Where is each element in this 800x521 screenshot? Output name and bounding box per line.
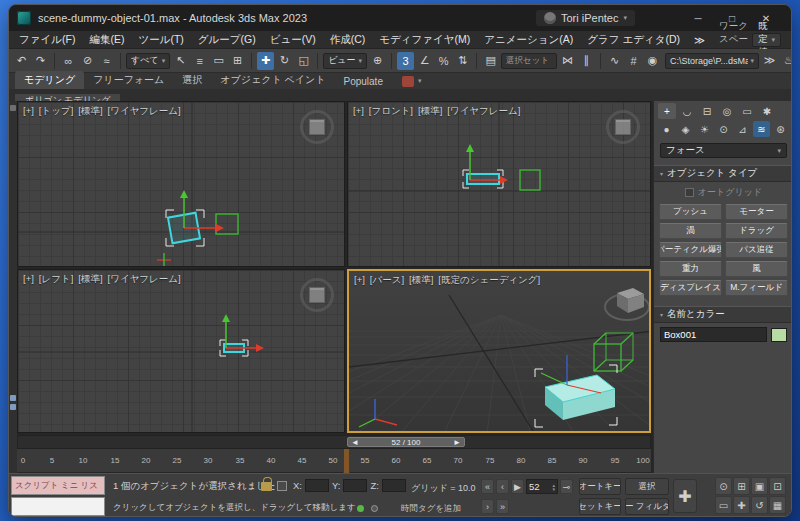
material-editor-icon[interactable]: ◉	[644, 52, 661, 70]
viewport-general-menu[interactable]: [+]	[354, 274, 365, 287]
viewport-front[interactable]: [+] [フロント] [標準] [ワイヤフレーム]	[347, 101, 651, 267]
key-mode-toggle-icon[interactable]: ⊸	[560, 479, 573, 494]
render-setup-icon[interactable]: ♨	[780, 52, 792, 70]
zoom-icon[interactable]: ⊙	[715, 477, 732, 495]
menu-animation[interactable]: アニメーション(A)	[484, 33, 573, 47]
shapes-category-icon[interactable]: ◈	[677, 121, 694, 137]
menu-create[interactable]: 作成(C)	[330, 33, 366, 47]
key-filters-button[interactable]: キー フィルタ...	[625, 498, 669, 515]
viewport-pov-menu[interactable]: [パース]	[370, 274, 404, 287]
minimize-button[interactable]: ─	[681, 5, 715, 31]
time-slider[interactable]: ◄ 52 / 100 ►	[17, 435, 651, 449]
ribbon-tab-selection[interactable]: 選択	[173, 71, 211, 89]
named-selection-sets-field[interactable]: 選択セット	[501, 53, 557, 69]
account-menu[interactable]: Tori iPentec ▾	[536, 10, 635, 26]
select-by-name-icon[interactable]: ≡	[191, 52, 208, 70]
zoom-all-icon[interactable]: ⊞	[733, 477, 750, 495]
undo-icon[interactable]: ↶	[13, 52, 30, 70]
menu-graph-editors[interactable]: グラフ エディタ(D)	[587, 33, 680, 47]
selection-lock-icon[interactable]	[261, 482, 272, 491]
previous-frame-icon[interactable]: ‹	[496, 479, 509, 494]
add-time-tag[interactable]: 時間タグを追加	[401, 503, 461, 515]
viewport-standard-menu[interactable]: [標準]	[78, 105, 102, 118]
window-crossing-icon[interactable]: ⊞	[229, 52, 246, 70]
next-frame-icon[interactable]: ›	[481, 499, 494, 514]
angle-snap-icon[interactable]: ∠	[416, 52, 433, 70]
align-icon[interactable]: ∥	[578, 52, 595, 70]
viewcube[interactable]	[298, 108, 336, 146]
go-to-end-icon[interactable]: »	[496, 499, 509, 514]
viewport-standard-menu[interactable]: [標準]	[78, 273, 102, 286]
viewport-pov-menu[interactable]: [フロント]	[369, 105, 413, 118]
menu-group[interactable]: グループ(G)	[198, 33, 256, 47]
object-type-rollout-header[interactable]: ▾ オブジェクト タイプ	[654, 165, 792, 182]
menu-tools[interactable]: ツール(T)	[138, 33, 183, 47]
ribbon-minimize-icon[interactable]: ▾	[418, 77, 422, 85]
viewport-shading-menu[interactable]: [ワイヤフレーム]	[108, 273, 181, 286]
viewport-layout-tab-icon[interactable]	[10, 404, 16, 410]
maxscript-mini-listener[interactable]	[11, 497, 105, 516]
motion-tab-icon[interactable]: ◎	[718, 103, 736, 119]
viewport-layout-tab-icon[interactable]	[10, 105, 16, 111]
utilities-tab-icon[interactable]: ✱	[758, 103, 776, 119]
viewport-layout-tab-icon[interactable]	[10, 395, 16, 401]
ribbon-config-icon[interactable]	[402, 76, 414, 87]
object-type-button-path-follow[interactable]: パス追従	[725, 242, 788, 258]
project-folder-dropdown[interactable]: C:\Storage\P...dsMax Project ▾	[665, 53, 759, 69]
viewport-standard-menu[interactable]: [標準]	[418, 105, 442, 118]
object-type-button-displace[interactable]: ディスプレイス	[659, 280, 722, 296]
select-and-move-icon[interactable]: ✚	[257, 52, 274, 70]
go-to-start-icon[interactable]: «	[481, 479, 494, 494]
name-color-rollout-header[interactable]: ▾ 名前とカラー	[654, 306, 792, 323]
object-name-field[interactable]: Box001	[660, 327, 767, 342]
maxscript-macro-recorder[interactable]: スクリプト ミニ リス	[11, 476, 105, 495]
maximize-viewport-toggle-icon[interactable]: ▦	[769, 496, 786, 514]
select-and-rotate-icon[interactable]: ↻	[276, 52, 293, 70]
create-tab-icon[interactable]: +	[658, 103, 676, 119]
menu-overflow-chevron[interactable]: ≫	[694, 34, 705, 46]
viewport-perspective[interactable]: [+] [パース] [標準] [既定のシェーディング]	[347, 269, 651, 433]
ribbon-tab-freeform[interactable]: フリーフォーム	[84, 71, 173, 89]
track-bar[interactable]: 0 5 10 15 20 25 30 35 40 45 50 55 60 65 …	[17, 449, 651, 473]
category-dropdown[interactable]: フォース ▾	[660, 143, 787, 158]
coord-y-field[interactable]	[343, 479, 367, 492]
viewport-shading-menu[interactable]: [既定のシェーディング]	[438, 274, 540, 287]
hierarchy-tab-icon[interactable]: ⊟	[698, 103, 716, 119]
next-frame-arrow[interactable]: ►	[453, 438, 461, 447]
auto-key-button[interactable]: オートキー	[579, 478, 621, 495]
zoom-extents-icon[interactable]: ▣	[751, 477, 768, 495]
ribbon-tab-modeling[interactable]: モデリング	[15, 71, 84, 89]
systems-category-icon[interactable]: ⊛	[772, 121, 789, 137]
object-type-button-pbomb[interactable]: パーティクル爆弾	[659, 242, 722, 258]
space-warps-category-icon[interactable]: ≋	[753, 121, 770, 137]
curve-editor-icon[interactable]: ∿	[606, 52, 623, 70]
object-type-button-vortex[interactable]: 渦	[659, 223, 722, 239]
menu-file[interactable]: ファイル(F)	[19, 33, 75, 47]
viewport-shading-menu[interactable]: [ワイヤフレーム]	[447, 105, 520, 118]
use-pivot-center-icon[interactable]: ⊕	[369, 52, 386, 70]
autogrid-checkbox[interactable]	[685, 188, 694, 197]
viewport-shading-menu[interactable]: [ワイヤフレーム]	[108, 105, 181, 118]
workspace-selector[interactable]: 既定値 ▾	[752, 33, 781, 47]
geometry-category-icon[interactable]: ●	[658, 121, 675, 137]
spinner-snap-icon[interactable]: ⇅	[454, 52, 471, 70]
select-and-link-icon[interactable]: ∞	[60, 52, 77, 70]
object-color-swatch[interactable]	[771, 328, 787, 342]
menu-modifiers[interactable]: モディファイヤ(M)	[379, 33, 470, 47]
menu-edit[interactable]: 編集(E)	[89, 33, 124, 47]
reference-coordinate-dropdown[interactable]: ビュー ▾	[323, 53, 367, 69]
select-object-icon[interactable]: ↖	[172, 52, 189, 70]
cameras-category-icon[interactable]: ⊙	[715, 121, 732, 137]
orbit-icon[interactable]: ↺	[751, 496, 768, 514]
viewport-standard-menu[interactable]: [標準]	[409, 274, 433, 287]
object-type-button-drag[interactable]: ドラッグ	[725, 223, 788, 239]
coord-x-field[interactable]	[305, 479, 329, 492]
bind-to-space-warp-icon[interactable]: ≈	[98, 52, 115, 70]
status-indicator-icon[interactable]	[357, 505, 364, 512]
viewport-general-menu[interactable]: [+]	[353, 105, 364, 118]
pan-view-icon[interactable]: ✚	[733, 496, 750, 514]
absolute-offset-toggle-icon[interactable]	[277, 481, 287, 491]
status-indicator-icon[interactable]	[371, 505, 378, 512]
viewport-pov-menu[interactable]: [トップ]	[39, 105, 73, 118]
snap-toggle-3d-icon[interactable]: 3	[397, 52, 414, 70]
